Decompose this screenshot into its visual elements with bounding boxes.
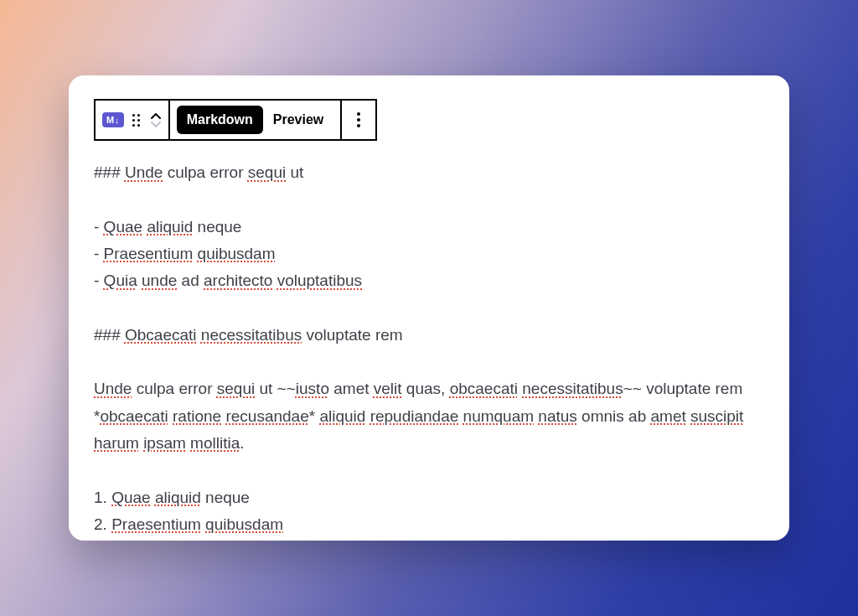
markdown-editor[interactable]: ### Unde culpa error sequi ut - Quae ali… xyxy=(94,159,764,541)
reorder-arrows xyxy=(150,112,162,128)
block-toolbar: M↓ Markdown Preview xyxy=(94,99,377,141)
chevron-down-icon[interactable] xyxy=(150,121,162,128)
kebab-icon xyxy=(349,112,369,127)
chevron-up-icon[interactable] xyxy=(150,112,162,120)
tab-preview[interactable]: Preview xyxy=(263,106,333,134)
more-menu[interactable] xyxy=(342,101,375,139)
toolbar-left-section: M↓ xyxy=(96,101,168,139)
markdown-icon: M↓ xyxy=(102,112,124,127)
drag-handle-icon[interactable] xyxy=(132,114,140,127)
editor-card: M↓ Markdown Preview ### Unde culpa error… xyxy=(69,75,789,541)
view-tabs: Markdown Preview xyxy=(170,101,341,139)
tab-markdown[interactable]: Markdown xyxy=(177,106,263,134)
